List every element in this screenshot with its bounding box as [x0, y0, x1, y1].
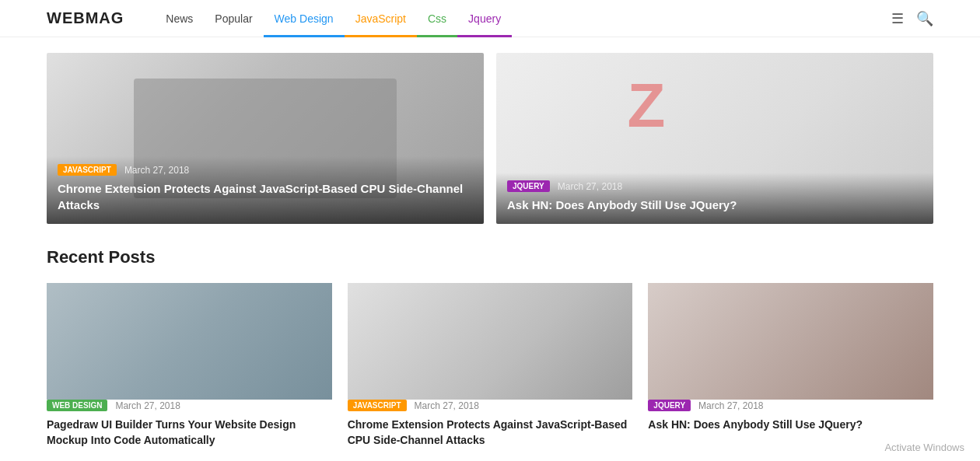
recent-image-3: [648, 283, 933, 400]
featured-card-2[interactable]: JQUERY March 27, 2018 Ask HN: Does Anybo…: [496, 53, 933, 224]
recent-posts-grid: WEB DESIGN March 27, 2018 Pagedraw UI Bu…: [47, 283, 933, 448]
activate-windows-watermark: Activate Windows: [884, 442, 964, 453]
nav-item-popular[interactable]: Popular: [204, 0, 263, 37]
recent-title-3: Ask HN: Does Anybody Still Use JQuery?: [648, 417, 933, 433]
recent-card-2[interactable]: JAVASCRIPT March 27, 2018 Chrome Extensi…: [348, 283, 633, 448]
featured-title-2: Ask HN: Does Anybody Still Use JQuery?: [507, 197, 922, 213]
search-icon[interactable]: 🔍: [916, 10, 933, 27]
recent-title-1: Pagedraw UI Builder Turns Your Website D…: [47, 417, 332, 448]
card-meta-2: JQUERY March 27, 2018: [507, 180, 922, 192]
main-content: JAVASCRIPT March 27, 2018 Chrome Extensi…: [0, 37, 980, 461]
card-overlay-1: JAVASCRIPT March 27, 2018 Chrome Extensi…: [47, 156, 484, 224]
featured-tag-2: JQUERY: [507, 180, 550, 192]
recent-meta-1: WEB DESIGN March 27, 2018: [47, 400, 332, 411]
recent-posts-title: Recent Posts: [47, 247, 933, 267]
nav-item-jquery[interactable]: Jquery: [457, 0, 512, 37]
featured-card-1[interactable]: JAVASCRIPT March 27, 2018 Chrome Extensi…: [47, 53, 484, 224]
recent-card-1[interactable]: WEB DESIGN March 27, 2018 Pagedraw UI Bu…: [47, 283, 332, 448]
main-nav: News Popular Web Design JavaScript Css J…: [155, 0, 891, 37]
recent-meta-2: JAVASCRIPT March 27, 2018: [348, 400, 633, 411]
featured-grid: JAVASCRIPT March 27, 2018 Chrome Extensi…: [47, 53, 933, 224]
recent-image-2: [348, 283, 633, 400]
recent-meta-3: JQUERY March 27, 2018: [648, 400, 933, 411]
recent-tag-3: JQUERY: [648, 400, 691, 411]
card-meta-1: JAVASCRIPT March 27, 2018: [58, 164, 473, 176]
featured-date-2: March 27, 2018: [558, 181, 622, 192]
recent-image-1: [47, 283, 332, 400]
header: WEBMAG News Popular Web Design JavaScrip…: [0, 0, 980, 37]
logo[interactable]: WEBMAG: [47, 9, 124, 27]
recent-date-1: March 27, 2018: [115, 400, 180, 411]
recent-date-3: March 27, 2018: [698, 400, 763, 411]
nav-item-javascript[interactable]: JavaScript: [345, 0, 417, 37]
recent-date-2: March 27, 2018: [415, 400, 479, 411]
recent-tag-1: WEB DESIGN: [47, 400, 107, 411]
featured-title-1: Chrome Extension Protects Against JavaSc…: [58, 180, 473, 213]
menu-icon[interactable]: ☰: [891, 10, 904, 27]
recent-title-2: Chrome Extension Protects Against JavaSc…: [348, 417, 633, 448]
nav-item-webdesign[interactable]: Web Design: [264, 0, 345, 37]
recent-tag-2: JAVASCRIPT: [348, 400, 407, 411]
featured-date-1: March 27, 2018: [124, 165, 189, 176]
nav-item-news[interactable]: News: [155, 0, 204, 37]
featured-tag-1: JAVASCRIPT: [58, 164, 117, 176]
card-overlay-2: JQUERY March 27, 2018 Ask HN: Does Anybo…: [496, 173, 933, 224]
header-icons: ☰ 🔍: [891, 10, 933, 27]
recent-card-3[interactable]: JQUERY March 27, 2018 Ask HN: Does Anybo…: [648, 283, 933, 448]
nav-item-css[interactable]: Css: [417, 0, 457, 37]
